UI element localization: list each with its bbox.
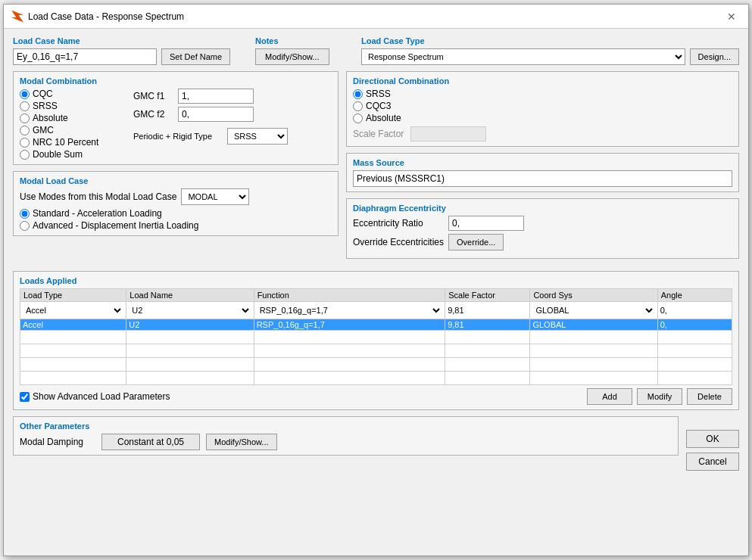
show-advanced-checkbox[interactable] [20,392,30,402]
title-bar-left: Load Case Data - Response Spectrum [11,11,184,23]
radio-dir-absolute-input[interactable] [353,114,363,123]
radio-dir-cqc3[interactable]: CQC3 [353,101,732,111]
notes-section: Notes Modify/Show... [255,36,354,65]
radio-gmc-input[interactable] [20,126,30,135]
modal-combination-box: Modal Combination CQC SRSS [13,71,339,165]
edit-coord-sys-select[interactable]: GLOBAL [532,303,654,318]
col-function: Function [254,289,445,302]
loads-selected-row[interactable]: Accel U2 RSP_0,16g_q=1,7 9,81 GLOBAL 0, [20,319,732,331]
loads-bottom-row: Show Advanced Load Parameters Add Modify… [20,388,732,405]
cancel-button[interactable]: Cancel [686,453,739,471]
edit-scale-factor-input[interactable] [448,303,527,318]
right-panel: Directional Combination SRSS CQC3 Abs [346,71,739,265]
sel-scale-factor[interactable]: 9,81 [445,319,530,331]
load-case-type-select[interactable]: Response Spectrum Linear Static [361,48,685,65]
sel-coord-sys[interactable]: GLOBAL [530,319,657,331]
radio-dir-srss-input[interactable] [353,89,363,99]
override-ecc-label: Override Eccentricities [353,237,444,247]
modal-select[interactable]: MODAL [181,188,249,205]
radio-gmc-label: GMC [33,125,54,135]
radio-nrc-input[interactable] [20,138,30,148]
mass-source-input[interactable] [353,170,732,187]
edit-angle[interactable] [657,302,732,319]
dir-combo-radio-group: SRSS CQC3 Absolute [353,89,732,123]
dir-combo-label: Directional Combination [353,76,732,86]
ecc-ratio-input[interactable] [448,216,524,231]
edit-function[interactable]: RSP_0,16g_q=1,7 [254,302,445,319]
add-load-button[interactable]: Add [587,388,632,405]
set-def-name-button[interactable]: Set Def Name [161,48,230,65]
edit-load-name-select[interactable]: U2 [129,303,251,318]
modal-combo-label: Modal Combination [20,76,332,86]
radio-standard[interactable]: Standard - Acceleration Loading [20,208,332,219]
edit-angle-input[interactable] [660,303,729,318]
edit-scale-factor[interactable] [445,302,530,319]
empty-row-2 [20,344,732,358]
radio-nrc-label: NRC 10 Percent [33,137,98,148]
modal-lc-label: Modal Load Case [20,176,332,185]
radio-absolute[interactable]: Absolute [20,113,126,123]
modal-damping-modify-button[interactable]: Modify/Show... [206,434,277,450]
edit-load-type[interactable]: Accel [20,302,126,319]
radio-absolute-input[interactable] [20,114,30,123]
periodic-select[interactable]: SRSS CQC Absolute [227,128,288,145]
loads-buttons: Add Modify Delete [587,388,732,405]
title-bar: Load Case Data - Response Spectrum ✕ [4,5,748,29]
lct-row: Response Spectrum Linear Static Design..… [361,48,739,65]
periodic-row: Periodic + Rigid Type SRSS CQC Absolute [133,128,332,145]
close-button[interactable]: ✕ [722,9,741,24]
modal-damping-label: Modal Damping [20,437,95,447]
notes-modify-show-button[interactable]: Modify/Show... [255,48,329,65]
gmc-f1-input[interactable] [178,89,254,104]
sel-load-name[interactable]: U2 [126,319,254,331]
radio-gmc[interactable]: GMC [20,125,126,135]
loads-applied-label: Loads Applied [20,276,732,285]
edit-coord-sys[interactable]: GLOBAL [530,302,657,319]
radio-advanced-input[interactable] [20,221,30,231]
radio-srss[interactable]: SRSS [20,101,126,111]
col-load-name: Load Name [126,289,254,302]
override-button[interactable]: Override... [448,234,504,250]
radio-standard-input[interactable] [20,209,30,219]
scale-factor-row: Scale Factor [353,126,732,142]
modal-combo-right: GMC f1 GMC f2 Periodic + Rigid Type S [133,89,332,160]
sel-load-type[interactable]: Accel [20,319,126,331]
modify-load-button[interactable]: Modify [637,388,682,405]
radio-nrc[interactable]: NRC 10 Percent [20,137,126,148]
radio-dir-absolute[interactable]: Absolute [353,113,732,123]
modal-damping-value-button[interactable]: Constant at 0,05 [101,434,200,450]
sel-angle[interactable]: 0, [657,319,732,331]
sel-function[interactable]: RSP_0,16g_q=1,7 [254,319,445,331]
load-case-name-input[interactable] [13,48,157,65]
lcn-label: Load Case Name [13,36,248,45]
radio-advanced[interactable]: Advanced - Displacement Inertia Loading [20,220,332,231]
top-row: Load Case Name Set Def Name Notes Modify… [13,36,739,65]
edit-function-select[interactable]: RSP_0,16g_q=1,7 [257,303,443,318]
radio-dir-srss[interactable]: SRSS [353,89,732,99]
loads-edit-row[interactable]: Accel U2 RSP_0,16g_q=1,7 [20,302,732,319]
col-scale-factor: Scale Factor [445,289,530,302]
ok-button[interactable]: OK [686,430,739,448]
gmc-f1-row: GMC f1 [133,89,332,104]
radio-srss-label: SRSS [33,101,58,111]
dialog-window: Load Case Data - Response Spectrum ✕ Loa… [3,4,749,556]
radio-cqc[interactable]: CQC [20,89,126,99]
design-button[interactable]: Design... [690,48,739,65]
col-load-type: Load Type [20,289,126,302]
gmc-f2-input[interactable] [178,107,254,122]
radio-cqc-input[interactable] [20,89,30,99]
radio-dir-cqc3-input[interactable] [353,101,363,111]
lct-label: Load Case Type [361,36,739,45]
show-advanced-row: Show Advanced Load Parameters [20,391,170,402]
load-case-type-section: Load Case Type Response Spectrum Linear … [361,36,739,65]
edit-load-name[interactable]: U2 [126,302,254,319]
edit-load-type-select[interactable]: Accel [23,303,123,318]
ecc-ratio-row: Eccentricity Ratio [353,216,732,231]
radio-double-sum[interactable]: Double Sum [20,149,126,160]
radio-double-sum-label: Double Sum [33,149,83,160]
radio-srss-input[interactable] [20,101,30,111]
delete-load-button[interactable]: Delete [687,388,732,405]
ecc-ratio-label: Eccentricity Ratio [353,218,444,229]
scale-factor-input [410,126,486,142]
radio-double-sum-input[interactable] [20,150,30,160]
